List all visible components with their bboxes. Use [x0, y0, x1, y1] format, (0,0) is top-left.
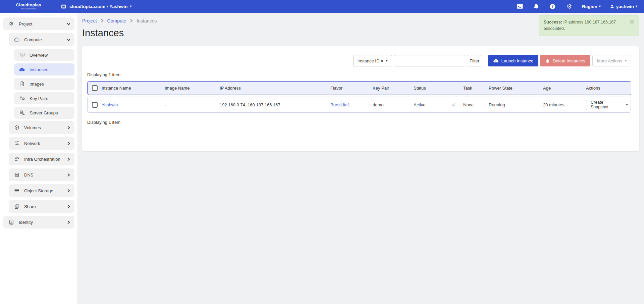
svg-text:?: ? — [552, 4, 554, 8]
chevron-right-icon — [67, 157, 70, 161]
cloud-upload-icon — [493, 58, 499, 64]
unlock-icon — [444, 102, 463, 107]
chevron-down-icon: ▾ — [626, 103, 628, 106]
id-card-icon — [8, 219, 14, 225]
sidebar-item-instances[interactable]: Instances — [14, 63, 74, 75]
col-flavor[interactable]: Flavor — [330, 86, 373, 91]
chevron-right-icon — [67, 173, 70, 177]
chevron-right-icon — [67, 220, 70, 224]
network-nodes-icon — [13, 140, 20, 147]
top-navbar: Cloudtopiaa Your Cloud Partner cloudtopi… — [0, 0, 644, 13]
sidebar-item-overview[interactable]: Overview — [14, 49, 74, 61]
row-checkbox[interactable] — [92, 102, 98, 108]
col-instance-name[interactable]: Instance Name — [102, 86, 165, 91]
sidebar-nav: ⚙ Project Compute Overview Instances Ima… — [0, 13, 78, 304]
chevron-down-icon — [67, 22, 70, 26]
user-label: yashwin — [616, 4, 634, 9]
status-cell: Active — [414, 102, 444, 107]
col-ip-address[interactable]: IP Address — [220, 86, 330, 91]
brand-tagline: Your Cloud Partner — [10, 8, 47, 10]
project-switcher-label: cloudtopiaa.com • Yashwin — [69, 4, 127, 9]
list-bars-icon — [13, 188, 20, 194]
flavor-link[interactable]: BurstLite1 — [330, 102, 373, 107]
table-row: Yashwin - 192.168.0.74, 160.187.166.167 … — [87, 97, 631, 113]
power-state-cell: Running — [489, 102, 543, 107]
navbar-right: ? ⚙ Region ▾ yashwin ▾ — [516, 3, 644, 10]
col-actions: Actions — [586, 86, 631, 91]
notifications-bell-icon[interactable] — [533, 3, 540, 10]
col-status[interactable]: Status — [414, 86, 444, 91]
sidebar-item-dns[interactable]: DNS — [9, 168, 74, 181]
brand-logo[interactable]: Cloudtopiaa Your Cloud Partner — [10, 3, 47, 10]
project-gear-icon: ⚙ — [8, 21, 14, 27]
cloud-icon — [13, 37, 20, 43]
sidebar-item-compute[interactable]: Compute — [9, 33, 74, 46]
col-age[interactable]: Age — [543, 86, 586, 91]
sidebar-item-key-pairs[interactable]: Key Pairs — [14, 92, 74, 104]
col-task[interactable]: Task — [463, 86, 489, 91]
main-content: Success: IP address 160.187.166.167 asso… — [78, 13, 644, 304]
table-toolbar: Instance ID = ▾ Filter Launch Instance D… — [87, 55, 631, 66]
image-name-cell: - — [165, 102, 220, 107]
brand-title: Cloudtopiaa — [10, 3, 47, 7]
more-actions-button[interactable]: More Actions ▾ — [592, 55, 631, 66]
server-groups-icon — [19, 110, 25, 116]
item-count-bottom: Displaying 1 item — [87, 120, 631, 145]
filter-field-label: Instance ID = — [358, 58, 383, 63]
sidebar-item-network[interactable]: Network — [9, 137, 74, 150]
help-icon[interactable]: ? — [549, 3, 556, 10]
region-dropdown[interactable]: Region ▾ — [582, 4, 601, 9]
chevron-down-icon: ▾ — [625, 59, 627, 62]
select-all-checkbox[interactable] — [92, 85, 98, 91]
chevron-right-icon — [67, 205, 70, 208]
instance-name-link[interactable]: Yashwin — [102, 102, 165, 107]
breadcrumb-project[interactable]: Project — [82, 18, 97, 23]
user-icon — [610, 4, 614, 9]
filter-button[interactable]: Filter — [467, 55, 482, 66]
domain-icon — [60, 3, 67, 10]
chevron-right-icon — [67, 126, 70, 130]
chevron-down-icon: ▾ — [599, 5, 601, 8]
chevron-right-icon — [67, 142, 70, 145]
launch-instance-button[interactable]: Launch Instance — [488, 55, 538, 66]
sidebar-item-project[interactable]: ⚙ Project — [3, 17, 74, 30]
key-pair-cell: demo — [373, 102, 414, 107]
sidebar-item-identity[interactable]: Identity — [3, 216, 74, 229]
region-label: Region — [582, 4, 597, 9]
delete-instances-button[interactable]: Delete Instances — [540, 55, 590, 66]
trash-icon — [545, 58, 550, 63]
key-lock-icon — [19, 95, 25, 102]
console-icon[interactable] — [516, 3, 524, 10]
col-image-name[interactable]: Image Name — [165, 86, 220, 91]
user-menu[interactable]: yashwin ▾ — [610, 4, 637, 9]
chevron-down-icon: ▾ — [386, 59, 388, 62]
sidebar-item-images[interactable]: Images — [14, 78, 74, 90]
row-actions-dropdown-toggle[interactable]: ▾ — [623, 100, 631, 110]
toast-title: Success: — [544, 20, 562, 24]
success-toast: Success: IP address 160.187.166.167 asso… — [539, 15, 639, 36]
col-power-state[interactable]: Power State — [489, 86, 543, 91]
instances-panel: Instance ID = ▾ Filter Launch Instance D… — [82, 46, 639, 151]
task-cell: None — [463, 102, 489, 107]
chevron-down-icon: ▾ — [130, 5, 131, 8]
monitor-chart-icon — [19, 52, 25, 58]
create-snapshot-button[interactable]: Create Snapshot — [586, 100, 623, 110]
sidebar-item-server-groups[interactable]: Server Groups — [14, 107, 74, 119]
close-icon[interactable] — [630, 19, 635, 25]
sidebar-item-share[interactable]: Share — [9, 200, 74, 213]
sidebar-item-volumes[interactable]: Volumes — [9, 121, 74, 134]
col-key-pair[interactable]: Key Pair — [373, 86, 414, 91]
cube-icon — [13, 124, 20, 131]
filter-query-input[interactable] — [394, 55, 465, 66]
filter-field-dropdown[interactable]: Instance ID = ▾ — [353, 55, 392, 66]
breadcrumb-compute[interactable]: Compute — [107, 18, 126, 23]
sidebar-item-object-storage[interactable]: Object Storage — [9, 184, 74, 197]
table-header: Instance Name Image Name IP Address Flav… — [87, 81, 631, 95]
chevron-right-icon — [100, 18, 104, 23]
chevron-right-icon — [67, 189, 70, 193]
chevron-down-icon — [67, 38, 70, 42]
sidebar-item-infra-orchestration[interactable]: Infra Orchestration — [9, 153, 74, 165]
files-icon — [13, 203, 20, 210]
settings-gear-icon[interactable]: ⚙ — [566, 3, 573, 10]
project-switcher[interactable]: cloudtopiaa.com • Yashwin ▾ — [60, 3, 131, 10]
